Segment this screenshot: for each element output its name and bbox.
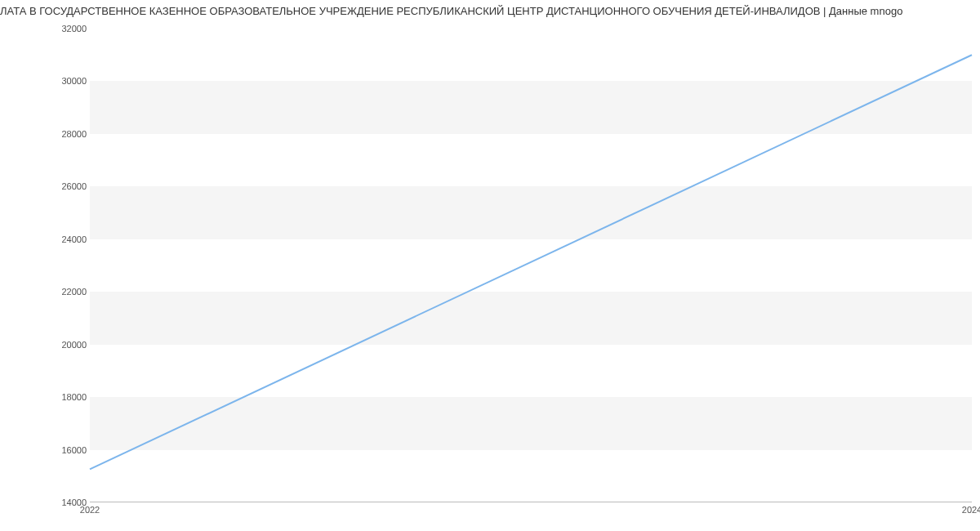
- y-tick-label: 32000: [47, 24, 87, 33]
- chart-container: ЛАТА В ГОСУДАРСТВЕННОЕ КАЗЕННОЕ ОБРАЗОВА…: [0, 0, 980, 531]
- series-line: [90, 55, 972, 469]
- y-tick-label: 16000: [47, 445, 87, 455]
- chart-title: ЛАТА В ГОСУДАРСТВЕННОЕ КАЗЕННОЕ ОБРАЗОВА…: [0, 5, 980, 17]
- x-tick-label: 2024: [962, 505, 980, 515]
- y-tick-label: 18000: [47, 392, 87, 402]
- x-tick-label: 2022: [80, 505, 100, 515]
- y-tick-label: 22000: [47, 287, 87, 297]
- y-tick-label: 20000: [47, 340, 87, 350]
- y-tick-label: 30000: [47, 76, 87, 86]
- y-tick-label: 26000: [47, 181, 87, 191]
- y-tick-label: 28000: [47, 129, 87, 139]
- y-tick-label: 24000: [47, 234, 87, 244]
- line-series: [90, 29, 972, 502]
- plot-area: [90, 29, 972, 502]
